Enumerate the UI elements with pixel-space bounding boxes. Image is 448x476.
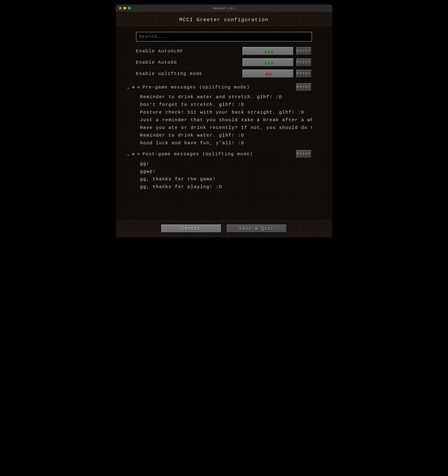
toggle-autoglhf[interactable]: Yes [242, 46, 294, 56]
list-item[interactable]: Reminder to drink water. glhf! :D [140, 133, 312, 138]
section-header-postgame: ⌄ ⊕ ⊖ Post-game messages (Uplifting mode… [127, 149, 312, 159]
option-row-uplifting: Enable uplifting mode No Reset [136, 69, 312, 79]
reset-button[interactable]: Reset [296, 46, 312, 56]
option-row-autogg: Enable AutoGG Yes Reset [136, 57, 312, 67]
reset-button[interactable]: Reset [296, 69, 312, 78]
list-item[interactable]: Just a reminder that you should take a b… [140, 118, 312, 122]
settings-content: Enable AutoGLHF Yes Reset Enable AutoGG … [136, 32, 312, 189]
option-label: Enable uplifting mode [136, 71, 242, 76]
save-quit-button[interactable]: Save & Quit [226, 224, 287, 233]
chevron-down-icon[interactable]: ⌄ [127, 85, 130, 90]
list-item[interactable]: ggwp! [140, 169, 312, 174]
titlebar: Minecraft* 1.20.1 [116, 5, 332, 12]
add-icon[interactable]: ⊕ [132, 85, 135, 90]
list-item[interactable]: Good luck and have fun, y'all! :D [140, 141, 312, 145]
close-icon[interactable] [119, 7, 122, 10]
cancel-button[interactable]: Cancel [161, 224, 222, 233]
option-label: Enable AutoGG [136, 60, 242, 65]
search-input[interactable] [137, 32, 311, 41]
list-item[interactable]: gg! [140, 162, 312, 166]
section-title: Post-game messages (Uplifting mode) [143, 152, 253, 157]
list-item[interactable]: Don't forget to stretch. glhf! :D [140, 102, 312, 107]
maximize-icon[interactable] [128, 7, 131, 10]
settings-scroll-area[interactable]: Enable AutoGLHF Yes Reset Enable AutoGG … [116, 27, 332, 220]
option-label: Enable AutoGLHF [136, 49, 242, 54]
section-title: Pre-game messages (Uplifting mode) [143, 85, 250, 90]
remove-icon[interactable]: ⊖ [137, 85, 140, 90]
toggle-value: No [265, 71, 271, 76]
toggle-uplifting[interactable]: No [242, 69, 294, 78]
search-wrap [136, 32, 312, 42]
toggle-value: Yes [263, 49, 273, 54]
postgame-message-list: gg! ggwp! gg, thanks for the game! gg, t… [140, 162, 312, 189]
option-row-autoglhf: Enable AutoGLHF Yes Reset [136, 46, 312, 56]
list-item[interactable]: gg, thanks for playing! :D [140, 185, 312, 189]
list-item[interactable]: gg, thanks for the game! [140, 177, 312, 181]
reset-button[interactable]: Reset [296, 58, 312, 67]
reset-button[interactable]: Reset [296, 83, 312, 92]
remove-icon[interactable]: ⊖ [137, 152, 140, 157]
app-body: MCCI Greeter configuration Enable AutoGL… [116, 12, 332, 238]
list-item[interactable]: Have you ate or drink recently? If not, … [140, 125, 312, 130]
app-window: Minecraft* 1.20.1 MCCI Greeter configura… [116, 5, 332, 238]
toggle-value: Yes [263, 60, 273, 65]
minimize-icon[interactable] [123, 7, 126, 10]
chevron-down-icon[interactable]: ⌄ [127, 152, 130, 157]
add-icon[interactable]: ⊕ [132, 152, 135, 157]
section-header-pregame: ⌄ ⊕ ⊖ Pre-game messages (Uplifting mode)… [127, 83, 312, 92]
window-controls [116, 7, 131, 10]
window-title: Minecraft* 1.20.1 [116, 6, 332, 10]
toggle-autogg[interactable]: Yes [242, 58, 294, 67]
pregame-message-list: Reminder to drink water and stretch. glh… [140, 95, 312, 145]
reset-button[interactable]: Reset [296, 149, 312, 159]
footer: Cancel Save & Quit [116, 220, 332, 238]
list-item[interactable]: Reminder to drink water and stretch. glh… [140, 95, 312, 99]
list-item[interactable]: Posture check! Sit with your back straig… [140, 110, 312, 115]
page-title: MCCI Greeter configuration [116, 12, 332, 27]
